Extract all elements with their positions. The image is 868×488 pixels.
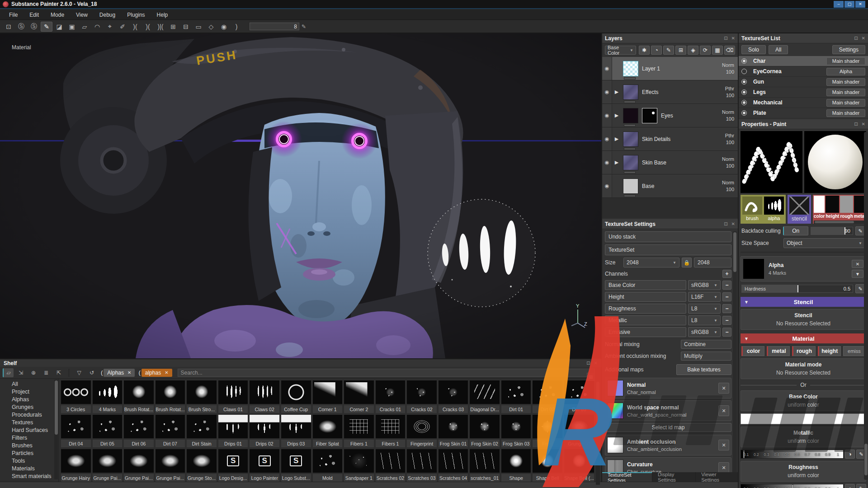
projection-tool-icon[interactable]: ▣ [66, 22, 78, 32]
remove-channel-button[interactable]: − [722, 316, 731, 325]
edit-pencil-icon[interactable]: ✎ [856, 484, 866, 488]
layer-row[interactable]: ◉Layer 1Norm100 [602, 57, 738, 80]
tab-alpha[interactable]: alpha [764, 197, 784, 222]
shelf-item[interactable]: Corner 2 [344, 380, 374, 413]
import-resources-icon[interactable]: ⇲ [15, 368, 26, 377]
map-remove-button[interactable]: ✕ [718, 383, 729, 394]
shelf-item[interactable]: Scratches 02 [376, 449, 406, 482]
shelf-item[interactable]: Diagonal Dr... [470, 380, 500, 413]
solo-button[interactable]: Solo [741, 45, 766, 54]
layer-opacity-value[interactable]: 100 [725, 139, 734, 146]
backface-angle-slider[interactable]: 90 [811, 227, 853, 235]
shelf-item[interactable]: Coffee Cup [281, 380, 311, 413]
layer-visibility-icon[interactable]: ◉ [602, 151, 612, 174]
shelf-item[interactable]: Brush Stro... [187, 380, 217, 413]
close-icon[interactable]: ✕ [731, 221, 735, 226]
folder-expand-icon[interactable]: ▶ [612, 160, 621, 165]
layer-visibility-icon[interactable]: ◉ [602, 104, 612, 127]
shelf-item[interactable]: Brush Rotat... [156, 380, 185, 413]
shelf-item[interactable]: SLogo Subst... [281, 449, 311, 482]
symmetry-x-icon[interactable]: )( [129, 22, 141, 32]
map-remove-button[interactable]: ✕ [718, 462, 729, 472]
layer-visibility-icon[interactable]: ◉ [602, 174, 612, 197]
shelf-item[interactable]: Corner 1 [313, 380, 343, 413]
tab-stencil[interactable]: stencil [788, 195, 811, 224]
add-effect-icon[interactable]: ✱ [639, 46, 650, 55]
material-chip-rough[interactable]: rough [792, 346, 815, 356]
shelf-item[interactable]: Fibers 1 [376, 415, 406, 447]
base-color-box[interactable]: Base Color uniform color [741, 390, 866, 411]
hardness-slider[interactable]: Hardness 0.5 [741, 285, 853, 293]
export-resources-icon[interactable]: ⇱ [53, 368, 64, 377]
paint-tool-icon[interactable]: ✎ [41, 22, 52, 32]
textureset-visibility-radio[interactable] [741, 100, 747, 105]
shelf-category-smart-masks[interactable]: Smart masks [0, 480, 58, 482]
channel-name[interactable]: Emissive [605, 327, 686, 337]
layer-row[interactable]: ◉▶Skin DetailsPthr100 [602, 127, 738, 151]
add-folder-icon[interactable]: ▦ [712, 46, 723, 55]
shelf-item[interactable]: Claws 02 [250, 380, 279, 413]
minimize-button[interactable]: – [834, 1, 844, 8]
shelf-item[interactable]: Cracks 03 [439, 380, 468, 413]
layer-row[interactable]: ◉▶EyesNorm100 [602, 104, 738, 127]
shelf-item[interactable]: Claws 01 [218, 380, 248, 413]
shelf-item[interactable]: 3 Circles [61, 380, 91, 413]
popup-icon[interactable]: ⊡ [586, 361, 590, 366]
popup-icon[interactable]: ⊡ [854, 122, 858, 127]
channel-format-dropdown[interactable]: L8▼ [688, 315, 721, 325]
substance-share-icon[interactable]: Ⓢ [15, 22, 27, 32]
shelf-item[interactable]: Cracks 02 [407, 380, 437, 413]
shelf-category-all[interactable]: All [0, 380, 58, 388]
map-remove-button[interactable]: ✕ [718, 405, 729, 416]
contrast-icon[interactable]: ◑ [845, 484, 855, 488]
blend-mode-dropdown[interactable]: Base Color▼ [605, 46, 636, 55]
shelf-item[interactable]: SLogo Painter [250, 449, 279, 482]
folder-expand-icon[interactable]: ▶ [612, 89, 621, 95]
popup-icon[interactable]: ⊡ [724, 36, 727, 41]
shader-button[interactable]: Main shader [826, 89, 865, 96]
edit-icon[interactable]: ✎ [663, 46, 674, 55]
brush-size-field[interactable]: 8 [250, 23, 299, 30]
perspective-cube-icon[interactable]: ◇ [205, 22, 217, 32]
material-picker-icon[interactable]: ✐ [117, 22, 128, 32]
shelf-item[interactable]: 4 Marks [93, 380, 123, 413]
layer-thumbnail[interactable] [623, 155, 638, 170]
all-button[interactable]: All [769, 45, 788, 54]
additional-map-entry[interactable]: World space normalChar_world_space_norma… [605, 400, 731, 421]
textureset-visibility-radio[interactable] [741, 89, 747, 95]
shelf-category-textures[interactable]: Textures [0, 418, 58, 426]
material-mode-box[interactable]: Material mode No Resource Selected [741, 358, 866, 379]
shelf-item[interactable]: Dirt 05 [93, 415, 123, 447]
shelf-category-hard-surfaces[interactable]: Hard Surfaces [0, 426, 58, 434]
folder-expand-icon[interactable]: ▶ [612, 113, 621, 118]
shelf-item[interactable]: Brush Rotat... [124, 380, 154, 413]
shader-button[interactable]: Alpha [826, 68, 865, 75]
shelf-category-project[interactable]: Project [0, 388, 58, 395]
shelf-item[interactable]: Drips 02 [250, 415, 279, 447]
remove-channel-button[interactable]: − [722, 292, 731, 301]
channel-name[interactable]: Metallic [605, 315, 686, 325]
layer-blend-mode[interactable]: Pthr [725, 132, 734, 139]
shelf-item[interactable]: Cracks 01 [376, 380, 406, 413]
material-sphere-preview[interactable] [804, 131, 866, 193]
size-space-dropdown[interactable]: Object▼ [783, 238, 865, 248]
polygon-fill-tool-icon[interactable]: ▱ [79, 22, 90, 32]
export-project-icon[interactable]: ⊡ [3, 22, 14, 32]
layer-opacity-value[interactable]: 100 [725, 92, 734, 99]
layer-row[interactable]: ◉▶Skin BaseNorm100 [602, 151, 738, 174]
material-chip-metal[interactable]: metal [767, 346, 790, 356]
roughness-box[interactable]: Roughness uniform color [741, 461, 866, 482]
add-resource-icon[interactable]: ⊕ [28, 368, 39, 377]
shelf-item[interactable]: Frog Skin 01 [439, 415, 468, 447]
shelf-item[interactable]: Shape Bell [533, 449, 562, 482]
folder-expand-icon[interactable]: ▶ [612, 136, 621, 142]
shelf-item[interactable]: Frog Skin 02 [470, 415, 500, 447]
layer-blend-mode[interactable]: Norm [722, 179, 734, 186]
layer-thumbnail[interactable] [623, 178, 638, 194]
categories-scrollbar[interactable] [54, 380, 58, 479]
channel-format-dropdown[interactable]: sRGB8▼ [688, 327, 721, 337]
shelf-item[interactable]: Drips 01 [218, 415, 248, 447]
shelf-category-procedurals[interactable]: Procedurals [0, 411, 58, 418]
layer-visibility-icon[interactable]: ◉ [602, 57, 612, 80]
add-paint-icon[interactable]: ◔ [651, 46, 662, 55]
